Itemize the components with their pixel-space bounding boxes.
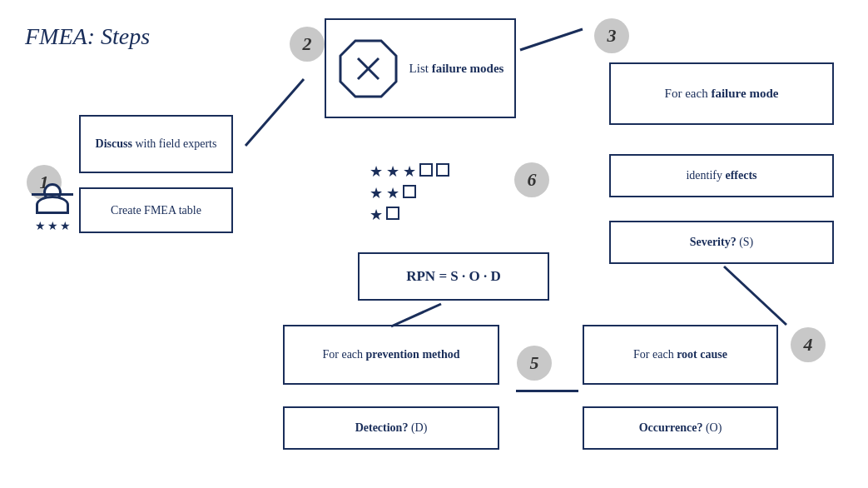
for-each-failure-mode-box: For each failure mode xyxy=(609,62,834,125)
page-title: FMEA: Steps xyxy=(25,23,150,50)
step-4-circle: 4 xyxy=(791,327,826,362)
square-2 xyxy=(436,163,449,177)
detection-text: Detection? (D) xyxy=(355,420,428,436)
person-icon: ★ ★ ★ xyxy=(32,183,73,233)
rpn-box: RPN = S · O · D xyxy=(358,252,549,301)
rating-stars: ★ ★ ★ xyxy=(35,219,71,233)
star-rating-1: ★ xyxy=(370,162,383,181)
rpn-text: RPN = S · O · D xyxy=(406,266,501,286)
discuss-text: Discuss with field experts xyxy=(96,136,217,152)
identify-effects-text: identify effects xyxy=(686,167,756,184)
svg-line-5 xyxy=(724,266,786,325)
square-4 xyxy=(386,207,399,220)
star-rating-5: ★ xyxy=(386,184,399,202)
svg-line-6 xyxy=(391,304,441,326)
rating-icons-area: ★ ★ ★ ★ ★ ★ xyxy=(370,162,449,224)
svg-line-0 xyxy=(246,79,304,146)
star-rating-3: ★ xyxy=(403,162,416,181)
h-line-under-prevention xyxy=(516,390,578,392)
discuss-box: Discuss with field experts xyxy=(79,115,233,173)
for-each-failure-mode-text: For each failure mode xyxy=(665,85,779,102)
for-each-prevention-text: For each prevention method xyxy=(322,346,459,363)
identify-effects-box: identify effects xyxy=(609,154,834,197)
star-rating-2: ★ xyxy=(386,162,399,181)
list-failure-modes-text: List failure modes xyxy=(409,60,504,77)
star-2: ★ xyxy=(47,219,58,233)
for-each-root-cause-box: For each root cause xyxy=(583,325,778,385)
star-3: ★ xyxy=(60,219,71,233)
star-rating-4: ★ xyxy=(370,184,383,202)
square-1 xyxy=(419,163,433,177)
occurrence-box: Occurrence? (O) xyxy=(583,406,778,450)
create-fmea-text: Create FMEA table xyxy=(111,202,201,219)
person-body xyxy=(36,196,69,214)
step-3-circle: 3 xyxy=(594,18,629,53)
step-6-circle: 6 xyxy=(514,162,549,197)
severity-box: Severity? (S) xyxy=(609,221,834,264)
square-3 xyxy=(403,185,416,198)
step-5-circle: 5 xyxy=(517,346,552,381)
star-1: ★ xyxy=(35,219,46,233)
list-failure-modes-box: List failure modes xyxy=(325,18,516,118)
svg-line-4 xyxy=(520,29,583,50)
severity-text: Severity? (S) xyxy=(690,234,754,251)
for-each-prevention-box: For each prevention method xyxy=(283,325,499,385)
octagon-icon xyxy=(337,37,399,100)
for-each-root-cause-text: For each root cause xyxy=(633,346,727,363)
create-fmea-box: Create FMEA table xyxy=(79,187,233,233)
star-rating-6: ★ xyxy=(370,206,383,224)
step-2-circle: 2 xyxy=(290,27,325,62)
detection-box: Detection? (D) xyxy=(283,406,499,450)
occurrence-text: Occurrence? (O) xyxy=(639,420,722,436)
